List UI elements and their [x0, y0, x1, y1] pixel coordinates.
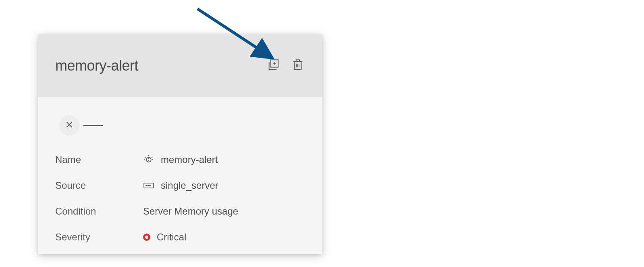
- severity-value-wrap: Critical: [143, 232, 186, 243]
- detail-row-source: Source single_server: [55, 173, 305, 198]
- name-value: memory-alert: [161, 154, 218, 165]
- duplicate-button[interactable]: [265, 56, 282, 75]
- detail-row-severity: Severity Critical: [55, 224, 305, 250]
- card-body: Name memory-alert: [38, 97, 322, 262]
- card-header: memory-alert: [38, 34, 322, 97]
- duplicate-icon: [267, 58, 280, 73]
- svg-point-16: [146, 185, 147, 186]
- svg-line-12: [152, 157, 152, 157]
- source-icon: [143, 181, 154, 190]
- condition-label: Condition: [55, 206, 143, 217]
- card-title: memory-alert: [55, 57, 138, 74]
- trash-icon: [291, 58, 305, 73]
- close-button[interactable]: [59, 115, 79, 136]
- name-value-wrap: memory-alert: [143, 154, 218, 165]
- delete-button[interactable]: [289, 56, 306, 75]
- svg-line-11: [145, 157, 146, 157]
- close-toggle: [59, 115, 305, 136]
- severity-critical-icon: [143, 234, 150, 241]
- svg-point-9: [148, 159, 149, 159]
- detail-row-condition: Condition Server Memory usage: [55, 198, 305, 224]
- source-label: Source: [55, 180, 143, 191]
- toggle-line: [83, 125, 103, 126]
- detail-row-name: Name memory-alert: [55, 147, 305, 173]
- source-value: single_server: [161, 180, 218, 191]
- alert-card: memory-alert: [38, 34, 322, 254]
- source-value-wrap: single_server: [143, 180, 218, 191]
- condition-value-wrap: Server Memory usage: [143, 206, 238, 217]
- condition-value: Server Memory usage: [143, 206, 238, 217]
- svg-point-17: [147, 185, 148, 186]
- severity-value: Critical: [157, 232, 186, 243]
- svg-point-18: [150, 185, 150, 186]
- severity-label: Severity: [55, 232, 143, 243]
- close-icon: [65, 120, 74, 131]
- name-label: Name: [55, 154, 143, 165]
- alert-icon: [143, 154, 154, 165]
- header-actions: [265, 56, 306, 75]
